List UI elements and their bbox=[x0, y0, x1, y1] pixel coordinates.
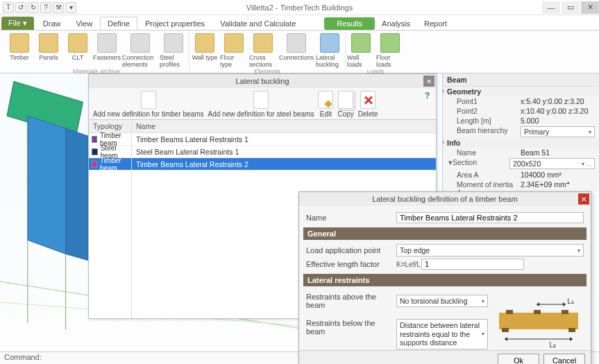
rb-steel-profiles[interactable]: Steel profiles bbox=[160, 32, 187, 68]
qat-app-icon[interactable]: T bbox=[3, 2, 14, 13]
minimize-button[interactable]: — bbox=[542, 1, 560, 14]
command-label: Command: bbox=[4, 353, 42, 361]
panel-help-icon[interactable]: ? bbox=[425, 91, 435, 101]
section-general: General bbox=[303, 227, 587, 240]
swatch-icon bbox=[92, 136, 97, 143]
dialog-close-button[interactable]: ✕ bbox=[578, 193, 589, 205]
ribbon-group-loads: Wall loads Floor loads Loads bbox=[346, 32, 405, 71]
section-restraints: Lateral restraints bbox=[303, 274, 587, 286]
edit-button[interactable]: Edit bbox=[318, 91, 333, 118]
svg-marker-8 bbox=[537, 302, 539, 306]
name-input[interactable] bbox=[396, 212, 584, 223]
rb-floor-type[interactable]: Floor type bbox=[220, 32, 248, 68]
elf-label: Effective length factor bbox=[306, 260, 396, 268]
rb-fasteners[interactable]: Fasteners bbox=[93, 32, 121, 68]
rb-panels[interactable]: Panels bbox=[35, 32, 62, 68]
above-select[interactable]: No torsional buckling▾ bbox=[396, 295, 488, 307]
qat-undo-icon[interactable]: ↺ bbox=[15, 2, 26, 13]
tab-define[interactable]: Define bbox=[100, 17, 137, 30]
svg-marker-9 bbox=[563, 302, 566, 306]
tab-analysis[interactable]: Analysis bbox=[375, 17, 417, 30]
svg-marker-11 bbox=[505, 337, 507, 341]
delete-button[interactable]: Delete bbox=[358, 91, 378, 118]
load-point-select[interactable]: Top edge▾ bbox=[396, 244, 584, 257]
table-row[interactable]: Steel Beam Lateral Restraints 1 bbox=[132, 146, 436, 158]
tab-project-properties[interactable]: Project properties bbox=[137, 17, 212, 30]
tab-report[interactable]: Report bbox=[417, 17, 454, 30]
panel-close-button[interactable]: ✕ bbox=[423, 76, 435, 87]
rb-wall-loads[interactable]: Wall loads bbox=[347, 32, 375, 68]
table-row[interactable]: Timber beam bbox=[89, 158, 131, 171]
file-menu[interactable]: File ▾ bbox=[1, 17, 34, 30]
cancel-button[interactable]: Cancel bbox=[543, 354, 585, 365]
table-row[interactable]: Timber Beams Lateral Restraints 2 bbox=[132, 158, 436, 171]
add-timber-button[interactable]: Add new definition for timber beams bbox=[93, 91, 204, 118]
window-title: Villetta2 - TimberTech Buildings bbox=[246, 3, 353, 12]
rb-connection-elements[interactable]: Connection elements bbox=[122, 32, 158, 68]
below-label: Restraints below the beam bbox=[306, 319, 396, 336]
above-label: Restraints above the beam bbox=[306, 293, 396, 309]
dialog-title: Lateral buckling definition of a timber … bbox=[299, 192, 591, 206]
rb-clt[interactable]: CLT bbox=[64, 32, 92, 68]
beam-hierarchy-select[interactable]: Primary▾ bbox=[521, 126, 595, 137]
qat-tools-icon[interactable]: ⚒ bbox=[53, 2, 64, 13]
elf-symbol: K=Lef/L bbox=[396, 261, 421, 268]
rb-cross-sections[interactable]: Cross sections bbox=[249, 32, 277, 68]
swatch-icon bbox=[92, 161, 97, 168]
results-button[interactable]: Results bbox=[324, 17, 375, 30]
table-row[interactable]: Timber Beams Lateral Restraints 1 bbox=[132, 133, 436, 146]
name-label: Name bbox=[306, 214, 396, 222]
tab-draw[interactable]: Draw bbox=[35, 17, 69, 30]
close-button[interactable]: ✕ bbox=[581, 1, 599, 14]
rb-timber[interactable]: Timber bbox=[6, 32, 33, 68]
quick-access-toolbar: T ↺ ↻ ? ⚒ ▾ bbox=[0, 1, 79, 15]
panel-title: Lateral buckling ✕ ? bbox=[89, 74, 436, 88]
below-select[interactable]: Distance between lateral restraints equa… bbox=[396, 319, 488, 349]
ribbon-group-elements: Wall type Floor type Cross sections Conn… bbox=[189, 32, 346, 71]
title-bar: T ↺ ↻ ? ⚒ ▾ Villetta2 - TimberTech Build… bbox=[0, 0, 599, 15]
tab-view[interactable]: View bbox=[68, 17, 100, 30]
add-steel-button[interactable]: Add new definition for steel beams bbox=[208, 91, 314, 118]
swatch-icon bbox=[92, 148, 98, 155]
rb-wall-type[interactable]: Wall type bbox=[191, 32, 219, 68]
load-point-label: Load application point bbox=[306, 246, 396, 254]
properties-title: Beam bbox=[443, 73, 599, 87]
tab-validate[interactable]: Validate and Calculate bbox=[212, 17, 303, 30]
section-select[interactable]: 200x520▾ … bbox=[509, 158, 595, 169]
props-geometry-header: Geometry bbox=[447, 87, 481, 96]
svg-marker-1 bbox=[28, 116, 66, 254]
props-info-header: Info bbox=[447, 139, 460, 147]
rb-lateral-buckling[interactable]: Lateral buckling bbox=[316, 32, 344, 68]
svg-marker-2 bbox=[66, 128, 90, 261]
restraints-diagram: L₁ L₂ bbox=[493, 293, 584, 349]
main-area: Beam ▾Geometry Point1x:5.40 y:0.00 z:3.2… bbox=[0, 73, 599, 352]
maximize-button[interactable]: ▭ bbox=[562, 1, 580, 14]
svg-marker-12 bbox=[570, 337, 573, 341]
ok-button[interactable]: Ok bbox=[498, 354, 539, 365]
rb-floor-loads[interactable]: Floor loads bbox=[376, 32, 404, 68]
elf-input[interactable] bbox=[421, 259, 524, 270]
qat-more-icon[interactable]: ▾ bbox=[65, 2, 76, 13]
qat-redo-icon[interactable]: ↻ bbox=[28, 2, 39, 13]
col-name-header: Name bbox=[132, 120, 436, 133]
rb-connections[interactable]: Connections bbox=[278, 32, 314, 68]
definition-dialog: Lateral buckling definition of a timber … bbox=[298, 191, 591, 364]
ribbon-tabs: File ▾ Draw View Define Project properti… bbox=[0, 15, 599, 31]
qat-help-icon[interactable]: ? bbox=[40, 2, 51, 13]
copy-button[interactable]: Copy bbox=[337, 91, 353, 118]
properties-panel: Beam ▾Geometry Point1x:5.40 y:0.00 z:3.2… bbox=[442, 73, 599, 191]
ribbon: Timber Panels CLT Fasteners Connection e… bbox=[0, 31, 599, 73]
ribbon-group-materials: Timber Panels CLT Fasteners Connection e… bbox=[4, 32, 189, 71]
